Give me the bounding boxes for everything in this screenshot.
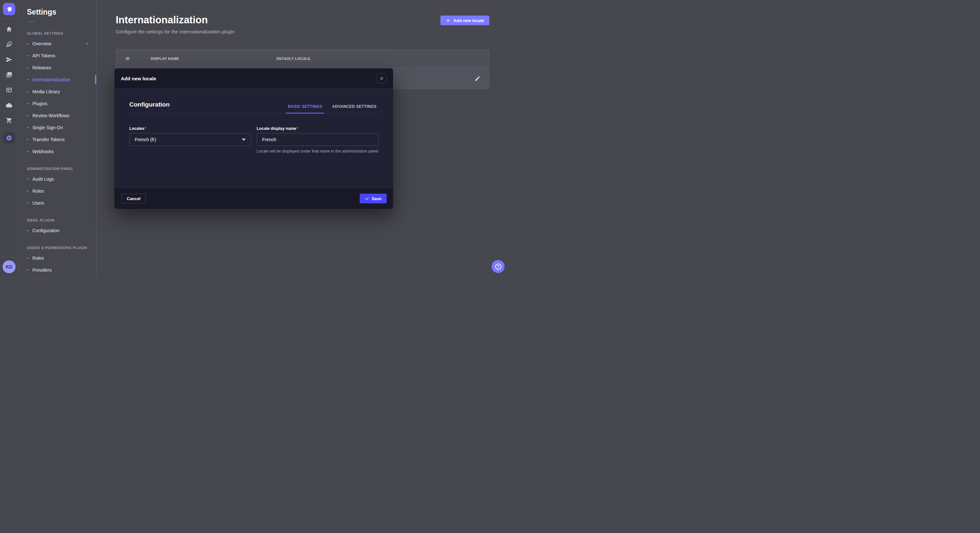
sidebar-item-label: Media Library [32, 89, 60, 94]
sidebar-item-single-sign-on[interactable]: Single Sign-On [19, 121, 96, 133]
locales-label: Locales* [129, 126, 146, 131]
display-name-input[interactable] [257, 133, 379, 146]
save-label: Save [372, 196, 382, 201]
locales-select-value: French (fr) [135, 137, 156, 142]
add-new-locale-label: Add new locale [453, 18, 484, 23]
sidebar-item-review-workflows[interactable]: Review Workflows [19, 109, 96, 121]
sidebar-item-up-roles[interactable]: Roles [19, 252, 96, 264]
chevron-down-icon [242, 139, 246, 141]
page-header: Internationalization Configure the setti… [116, 14, 489, 34]
display-name-label: Locale display name* [257, 126, 298, 131]
cart-icon[interactable] [5, 117, 13, 124]
rail-bottom: KD [0, 254, 18, 276]
sidebar-item-label: Users [32, 200, 45, 206]
sidebar-item-label: Review Workflows [32, 113, 69, 118]
sidebar-item-label: Plugins [32, 101, 47, 106]
layout-icon[interactable] [5, 86, 13, 94]
add-new-locale-button[interactable]: Add new locale [441, 16, 489, 25]
help-button[interactable]: ? [492, 260, 504, 273]
sidebar-item-releases[interactable]: Releases [19, 62, 96, 73]
configuration-header-row: Configuration BASIC SETTINGS ADVANCED SE… [129, 101, 379, 113]
strapi-logo[interactable] [3, 3, 15, 15]
edit-pencil-icon[interactable] [474, 75, 480, 82]
section-label: GLOBAL SETTINGS [27, 32, 88, 35]
plus-icon [445, 18, 450, 23]
sidebar-item-label: Configuration [32, 228, 59, 233]
locales-field: Locales* French (fr) [129, 125, 251, 158]
sidebar-item-plugins[interactable]: Plugins [19, 97, 96, 109]
sidebar-item-label: Internationalization [32, 77, 71, 82]
page-header-text: Internationalization Configure the setti… [116, 14, 235, 34]
settings-subnav: Settings GLOBAL SETTINGS Overview API To… [19, 0, 97, 276]
required-asterisk: * [145, 126, 146, 131]
sidebar-item-email-configuration[interactable]: Configuration [19, 224, 96, 236]
sidebar-item-label: Roles [32, 189, 44, 194]
locales-label-text: Locales [129, 126, 145, 131]
sidebar-item-media-library[interactable]: Media Library [19, 86, 96, 97]
tab-basic-settings[interactable]: BASIC SETTINGS [286, 104, 324, 113]
sidebar-item-label: Webhooks [32, 149, 54, 154]
subnav-section-global: GLOBAL SETTINGS Overview API Tokens Rele… [19, 32, 96, 157]
rail-icon-nav [3, 25, 15, 144]
save-button[interactable]: Save [360, 194, 387, 203]
home-icon[interactable] [5, 25, 13, 33]
display-name-hint: Locale will be displayed under that name… [257, 149, 379, 154]
configuration-title: Configuration [129, 101, 170, 113]
sidebar-item-up-providers[interactable]: Providers [19, 264, 96, 276]
section-label: ADMINISTRATION PANEL [27, 167, 88, 171]
check-icon [365, 197, 369, 201]
rail-divider [0, 257, 18, 258]
required-asterisk: * [296, 126, 298, 131]
rail-divider [0, 18, 18, 19]
settings-tabs: BASIC SETTINGS ADVANCED SETTINGS [286, 104, 379, 113]
sidebar-item-label: Roles [32, 255, 44, 261]
paper-plane-icon[interactable] [5, 56, 13, 63]
subnav-section-admin-panel: ADMINISTRATION PANEL Audit Logs Roles Us… [19, 167, 96, 209]
sidebar-item-transfer-tokens[interactable]: Transfer Tokens [19, 133, 96, 145]
sidebar-item-label: Transfer Tokens [32, 137, 65, 142]
close-icon[interactable] [376, 73, 387, 84]
sidebar-item-users[interactable]: Users [19, 197, 96, 209]
modal-title: Add new locale [121, 76, 156, 81]
cancel-button[interactable]: Cancel [121, 194, 146, 203]
sidebar-item-internationalization[interactable]: Internationalization [19, 73, 96, 86]
sidebar-item-label: Overview [32, 41, 51, 46]
column-header-display-name: DISPLAY NAME [151, 57, 277, 60]
page-title: Internationalization [116, 14, 235, 26]
modal-footer: Cancel Save [115, 188, 393, 209]
display-name-label-text: Locale display name [257, 126, 296, 131]
sidebar-item-label: Single Sign-On [32, 125, 63, 130]
add-locale-modal: Add new locale Configuration BASIC SETTI… [115, 68, 393, 209]
notification-dot-icon [86, 43, 88, 44]
sidebar-item-webhooks[interactable]: Webhooks [19, 145, 96, 157]
gear-icon[interactable] [3, 132, 15, 144]
sidebar-item-admin-roles[interactable]: Roles [19, 185, 96, 197]
modal-body: Configuration BASIC SETTINGS ADVANCED SE… [115, 89, 393, 188]
table-header-row: ID DISPLAY NAME DEFAULT LOCALE [116, 49, 489, 68]
subnav-title: Settings [27, 8, 96, 16]
media-library-icon[interactable] [5, 71, 13, 78]
column-header-default-locale: DEFAULT LOCALE [277, 57, 481, 60]
avatar[interactable]: KD [3, 260, 16, 273]
sidebar-item-audit-logs[interactable]: Audit Logs [19, 173, 96, 185]
sidebar-item-api-tokens[interactable]: API Tokens [19, 49, 96, 62]
column-header-id: ID [126, 57, 151, 60]
sidebar-item-label: Audit Logs [32, 176, 54, 182]
subnav-section-email-plugin: EMAIL PLUGIN Configuration [19, 218, 96, 236]
question-mark-icon: ? [495, 263, 501, 270]
feather-icon[interactable] [5, 41, 13, 48]
section-label: USERS & PERMISSIONS PLUGIN [27, 246, 88, 250]
form-fields: Locales* French (fr) Locale display name… [129, 125, 379, 158]
locales-select[interactable]: French (fr) [129, 133, 251, 146]
page-subtitle: Configure the settings for the Internati… [116, 29, 235, 34]
section-label: EMAIL PLUGIN [27, 218, 88, 222]
subnav-title-rule [27, 21, 35, 22]
sidebar-item-label: API Tokens [32, 53, 56, 58]
display-name-field: Locale display name* Locale will be disp… [257, 125, 379, 158]
sidebar-item-label: Releases [32, 65, 51, 70]
modal-header: Add new locale [115, 68, 393, 89]
sidebar-item-overview[interactable]: Overview [19, 38, 96, 49]
cloud-icon[interactable] [5, 102, 13, 109]
tab-advanced-settings[interactable]: ADVANCED SETTINGS [330, 104, 379, 113]
sidebar-item-label: Providers [32, 268, 51, 273]
